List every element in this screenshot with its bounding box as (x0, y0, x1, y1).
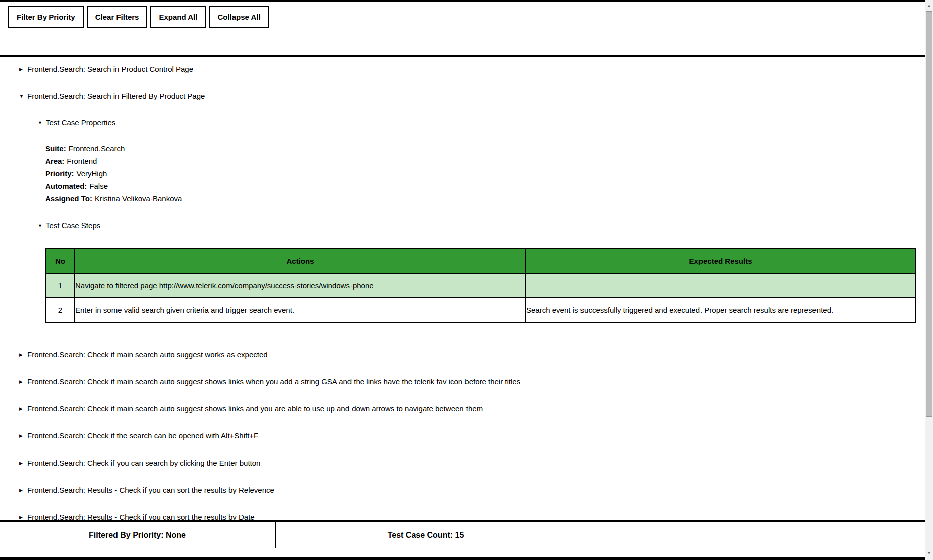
test-case-item[interactable]: ▶ Frontend.Search: Check if main search … (19, 376, 925, 387)
test-case-steps-table: No Actions Expected Results 1 Navigate t… (45, 248, 916, 323)
collapsed-arrow-icon[interactable]: ▶ (19, 403, 27, 414)
test-case-title: Frontend.Search: Check if you can search… (27, 458, 260, 469)
vertical-scrollbar[interactable]: ▲ ▼ (925, 0, 933, 560)
collapsed-arrow-icon[interactable]: ▶ (19, 458, 27, 469)
properties-section-title: Test Case Properties (46, 117, 115, 128)
test-case-item[interactable]: ▶ Frontend.Search: Search in Product Con… (19, 64, 925, 75)
clear-filters-button[interactable]: Clear Filters (87, 6, 148, 28)
scrollbar-thumb[interactable] (926, 11, 932, 417)
test-case-count-status: Test Case Count: 15 (278, 522, 574, 548)
test-case-item[interactable]: ▶ Frontend.Search: Check if the search c… (19, 430, 925, 441)
collapsed-arrow-icon[interactable]: ▶ (19, 430, 27, 441)
test-case-item[interactable]: ▶ Frontend.Search: Check if you can sear… (19, 458, 925, 469)
property-label: Suite: (45, 144, 66, 153)
property-label: Priority: (45, 169, 74, 178)
scroll-down-icon[interactable]: ▼ (925, 549, 933, 557)
test-case-title: Frontend.Search: Results - Check if you … (27, 485, 274, 496)
test-case-title: Frontend.Search: Search in Product Contr… (27, 64, 193, 75)
property-value: Frontend.Search (69, 144, 125, 153)
step-action-cell: Navigate to filtered page http://www.tel… (75, 273, 526, 298)
steps-header-expected: Expected Results (526, 249, 915, 273)
toolbar: Filter By Priority Clear Filters Expand … (0, 2, 925, 57)
step-action-cell: Enter in some valid search given criteri… (75, 298, 526, 322)
expanded-arrow-icon[interactable]: ▼ (19, 91, 27, 102)
filtered-by-priority-status: Filtered By Priority: None (0, 522, 276, 548)
collapsed-arrow-icon[interactable]: ▶ (19, 64, 27, 75)
test-case-manager-window: Filter By Priority Clear Filters Expand … (0, 0, 933, 560)
property-row: Area:Frontend (45, 155, 925, 167)
filtered-by-priority-label: Filtered By Priority: None (89, 531, 186, 540)
property-value: Frontend (67, 157, 97, 165)
test-case-item[interactable]: ▼ Frontend.Search: Search in Filtered By… (19, 91, 925, 102)
property-label: Automated: (45, 182, 87, 190)
collapsed-arrow-icon[interactable]: ▶ (19, 376, 27, 387)
property-row: Suite:Frontend.Search (45, 142, 925, 155)
step-expected-cell: Search event is successfully triggered a… (526, 298, 915, 322)
collapse-all-button[interactable]: Collapse All (209, 6, 269, 28)
test-case-item[interactable]: ▶ Frontend.Search: Check if main search … (19, 403, 925, 414)
test-case-list: ▶ Frontend.Search: Search in Product Con… (0, 57, 925, 523)
status-bar: Filtered By Priority: None Test Case Cou… (0, 520, 925, 560)
steps-section-header[interactable]: ▼ Test Case Steps (38, 220, 925, 231)
steps-table-header-row: No Actions Expected Results (46, 249, 915, 273)
test-case-count-label: Test Case Count: 15 (388, 531, 464, 540)
table-row[interactable]: 2 Enter in some valid search given crite… (46, 298, 915, 322)
expanded-arrow-icon[interactable]: ▼ (38, 220, 46, 231)
filter-by-priority-button[interactable]: Filter By Priority (8, 6, 84, 28)
test-case-title: Frontend.Search: Check if the search can… (27, 430, 258, 441)
expanded-test-case: ▼ Frontend.Search: Search in Filtered By… (19, 91, 925, 323)
property-row: Priority:VeryHigh (45, 167, 925, 180)
test-case-item[interactable]: ▶ Frontend.Search: Results - Check if yo… (19, 485, 925, 496)
test-case-title: Frontend.Search: Check if main search au… (27, 376, 520, 387)
test-case-title: Frontend.Search: Check if main search au… (27, 403, 483, 414)
collapsed-arrow-icon[interactable]: ▶ (19, 485, 27, 496)
property-label: Area: (45, 157, 64, 165)
expand-all-button[interactable]: Expand All (150, 6, 206, 28)
property-row: Automated:False (45, 180, 925, 192)
property-label: Assigned To: (45, 194, 92, 203)
property-value: VeryHigh (77, 169, 107, 178)
main-area: Filter By Priority Clear Filters Expand … (0, 0, 925, 560)
steps-header-no: No (46, 249, 75, 273)
step-number-cell: 1 (46, 273, 75, 298)
test-case-title: Frontend.Search: Search in Filtered By P… (27, 91, 205, 102)
expanded-arrow-icon[interactable]: ▼ (38, 117, 46, 128)
step-number-cell: 2 (46, 298, 75, 322)
test-case-properties: Suite:Frontend.Search Area:Frontend Prio… (45, 142, 925, 205)
step-expected-cell (526, 273, 915, 298)
test-case-item[interactable]: ▶ Frontend.Search: Check if main search … (19, 349, 925, 360)
steps-header-actions: Actions (75, 249, 526, 273)
property-row: Assigned To:Kristina Velikova-Bankova (45, 192, 925, 205)
collapsed-arrow-icon[interactable]: ▶ (19, 349, 27, 360)
property-value: False (89, 182, 108, 190)
test-case-title: Frontend.Search: Check if main search au… (27, 349, 268, 360)
properties-section-header[interactable]: ▼ Test Case Properties (38, 117, 925, 128)
table-row[interactable]: 1 Navigate to filtered page http://www.t… (46, 273, 915, 298)
steps-section-title: Test Case Steps (46, 220, 100, 231)
scroll-up-icon[interactable]: ▲ (925, 1, 933, 9)
property-value: Kristina Velikova-Bankova (95, 194, 182, 203)
